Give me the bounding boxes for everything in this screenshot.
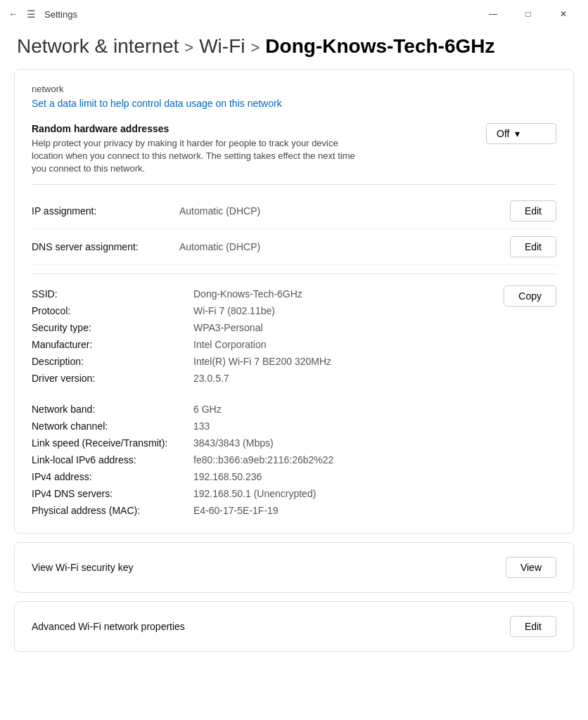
copy-btn-container: Copy	[504, 283, 556, 307]
dropdown-arrow-icon: ▾	[515, 128, 520, 139]
network-stats-value-0: 6 GHz	[193, 404, 556, 415]
network-info-label-5: Driver version:	[32, 373, 186, 384]
advanced-wifi-edit-button[interactable]: Edit	[510, 616, 556, 637]
window-title: Settings	[44, 9, 77, 20]
minimize-button[interactable]: —	[477, 3, 509, 25]
content-area: network Set a data limit to help control…	[0, 69, 588, 720]
network-stats-row: Physical address (MAC): E4-60-17-5E-1F-1…	[32, 502, 556, 519]
network-info-value-4: Intel(R) Wi-Fi 7 BE200 320MHz	[193, 356, 492, 367]
random-hw-text: Random hardware addresses Help protect y…	[32, 123, 369, 176]
main-card: network Set a data limit to help control…	[14, 69, 574, 534]
ip-assignment-value: Automatic (DHCP)	[179, 205, 503, 217]
random-hw-section: Random hardware addresses Help protect y…	[32, 123, 556, 176]
divider-2	[32, 274, 556, 274]
network-info-value-0: Dong-Knows-Tech-6GHz	[193, 288, 492, 300]
network-stats-row: IPv4 address: 192.168.50.236	[32, 468, 556, 485]
network-info-rows: SSID: Dong-Knows-Tech-6GHz Protocol: Wi-…	[32, 285, 492, 387]
network-stats-row: Link-local IPv6 address: fe80::b366:a9eb…	[32, 451, 556, 468]
network-stats-label-3: Link-local IPv6 address:	[32, 454, 186, 465]
breadcrumb-sep2: >	[250, 39, 260, 57]
network-info-row: Protocol: Wi-Fi 7 (802.11be)	[32, 302, 492, 319]
network-stats-label-4: IPv4 address:	[32, 471, 186, 482]
network-info-row: Driver version: 23.0.5.7	[32, 370, 492, 387]
window-controls: — □ ✕	[477, 3, 580, 25]
network-stats-label-0: Network band:	[32, 404, 186, 415]
network-stats-label-5: IPv4 DNS servers:	[32, 488, 186, 499]
network-info-row: Description: Intel(R) Wi-Fi 7 BE200 320M…	[32, 353, 492, 370]
network-stats-label-1: Network channel:	[32, 420, 186, 432]
network-info-value-5: 23.0.5.7	[193, 373, 492, 384]
breadcrumb: Network & internet > Wi-Fi > Dong-Knows-…	[0, 28, 588, 69]
network-stats-value-5: 192.168.50.1 (Unencrypted)	[193, 488, 556, 499]
network-info-row: Security type: WPA3-Personal	[32, 319, 492, 336]
divider-1	[32, 184, 556, 185]
network-stats-section: Network band: 6 GHz Network channel: 133…	[32, 401, 556, 519]
network-info-label-3: Manufacturer:	[32, 339, 186, 350]
random-hw-dropdown-value: Off	[497, 128, 509, 139]
wifi-security-label: View Wi-Fi security key	[32, 562, 133, 573]
network-stats-row: Network channel: 133	[32, 418, 556, 435]
advanced-wifi-row: Advanced Wi-Fi network properties Edit	[32, 602, 556, 651]
hamburger-icon[interactable]: ☰	[27, 8, 36, 20]
network-stats-value-6: E4-60-17-5E-1F-19	[193, 505, 556, 516]
random-hw-dropdown[interactable]: Off ▾	[486, 123, 556, 144]
wifi-security-view-button[interactable]: View	[506, 557, 556, 578]
ip-assignment-edit-button[interactable]: Edit	[510, 200, 556, 221]
ip-assignment-label: IP assignment:	[32, 205, 172, 217]
network-stats-row: IPv4 DNS servers: 192.168.50.1 (Unencryp…	[32, 485, 556, 502]
spacer-1	[32, 387, 556, 398]
random-hw-title: Random hardware addresses	[32, 123, 369, 134]
network-info-label-2: Security type:	[32, 322, 186, 333]
breadcrumb-part1[interactable]: Network & internet	[17, 35, 179, 58]
network-info-value-3: Intel Corporation	[193, 339, 492, 350]
network-stats-label-2: Link speed (Receive/Transmit):	[32, 437, 186, 449]
close-button[interactable]: ✕	[547, 3, 580, 25]
title-bar-left: ← ☰ Settings	[8, 8, 77, 20]
network-info-label-4: Description:	[32, 356, 186, 367]
breadcrumb-part2[interactable]: Wi-Fi	[199, 35, 245, 58]
breadcrumb-sep1: >	[184, 39, 193, 57]
ip-assignment-row: IP assignment: Automatic (DHCP) Edit	[32, 193, 556, 229]
back-icon[interactable]: ←	[8, 8, 18, 20]
top-note: network	[32, 84, 556, 94]
random-hw-description: Help protect your privacy by making it h…	[32, 137, 369, 176]
network-stats-row: Network band: 6 GHz	[32, 401, 556, 418]
network-info-label-1: Protocol:	[32, 305, 186, 316]
data-limit-link[interactable]: Set a data limit to help control data us…	[32, 98, 282, 109]
network-stats-value-4: 192.168.50.236	[193, 471, 556, 482]
network-info-value-2: WPA3-Personal	[193, 322, 492, 333]
network-stats-value-3: fe80::b366:a9eb:2116:26b2%22	[193, 454, 556, 465]
network-stats-row: Link speed (Receive/Transmit): 3843/3843…	[32, 435, 556, 451]
dns-assignment-label: DNS server assignment:	[32, 241, 172, 252]
dns-assignment-row: DNS server assignment: Automatic (DHCP) …	[32, 229, 556, 265]
network-stats-value-1: 133	[193, 420, 556, 432]
advanced-wifi-label: Advanced Wi-Fi network properties	[32, 621, 185, 632]
dns-assignment-value: Automatic (DHCP)	[179, 241, 503, 252]
breadcrumb-part3: Dong-Knows-Tech-6GHz	[265, 35, 494, 58]
settings-window: ← ☰ Settings — □ ✕ Network & internet > …	[0, 0, 588, 720]
title-bar: ← ☰ Settings — □ ✕	[0, 0, 588, 28]
network-info-section: SSID: Dong-Knows-Tech-6GHz Protocol: Wi-…	[32, 283, 556, 387]
wifi-security-card: View Wi-Fi security key View	[14, 542, 574, 593]
network-info-row: SSID: Dong-Knows-Tech-6GHz	[32, 285, 492, 302]
network-info-row: Manufacturer: Intel Corporation	[32, 336, 492, 353]
wifi-security-row: View Wi-Fi security key View	[32, 543, 556, 592]
maximize-button[interactable]: □	[512, 3, 544, 25]
network-stats-label-6: Physical address (MAC):	[32, 505, 186, 516]
network-stats-value-2: 3843/3843 (Mbps)	[193, 437, 556, 449]
network-info-value-1: Wi-Fi 7 (802.11be)	[193, 305, 492, 316]
copy-button[interactable]: Copy	[504, 285, 556, 307]
advanced-wifi-card: Advanced Wi-Fi network properties Edit	[14, 601, 574, 652]
network-info-label-0: SSID:	[32, 288, 186, 300]
dns-assignment-edit-button[interactable]: Edit	[510, 236, 556, 257]
